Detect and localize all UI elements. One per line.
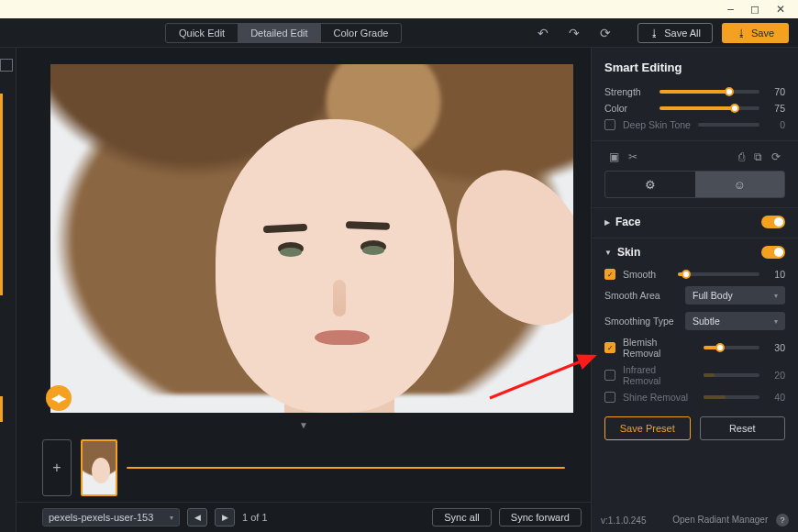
strength-row: Strength 70	[592, 83, 798, 100]
save-label: Save	[751, 28, 774, 39]
deep-skin-checkbox[interactable]	[604, 119, 615, 130]
help-icon[interactable]: ?	[776, 514, 789, 526]
panel-tabs: ⚙ ☺	[604, 171, 785, 198]
mini-toolbar: ▣ ✂ ⎙ ⧉ ⟳	[592, 140, 798, 171]
strength-slider[interactable]	[659, 90, 759, 94]
save-all-label: Save All	[664, 28, 701, 39]
chevron-down-icon: ▼	[604, 249, 612, 257]
section-skin[interactable]: ▼ Skin	[592, 238, 798, 266]
sync-all-button[interactable]: Sync all	[432, 508, 492, 526]
smooth-slider[interactable]	[678, 272, 759, 276]
download-icon: ⭳	[737, 28, 747, 39]
smoothing-type-select[interactable]: Subtle▾	[685, 312, 785, 330]
strength-value: 70	[767, 86, 785, 97]
tab-detailed-edit[interactable]: Detailed Edit	[238, 24, 320, 42]
canvas-column: ▼ + pexels-pexels-user-153 ▾ ◀ ▶ 1 of 1 …	[17, 48, 592, 532]
tab-color-grade[interactable]: Color Grade	[321, 24, 402, 42]
window-close[interactable]: ✕	[776, 3, 785, 16]
tab-adjust-icon[interactable]: ⚙	[605, 172, 695, 197]
chevron-down-icon[interactable]: ▼	[17, 418, 591, 434]
shine-checkbox[interactable]	[604, 392, 615, 403]
window-minimize[interactable]: –	[727, 3, 734, 16]
export-icon[interactable]: ⎙	[734, 150, 749, 163]
next-button[interactable]: ▶	[215, 508, 235, 526]
smoothing-type-row: Smoothing Type Subtle▾	[592, 308, 798, 334]
deep-skin-row: Deep Skin Tone 0	[592, 116, 798, 133]
chevron-right-icon: ▶	[604, 218, 610, 227]
blemish-value: 30	[767, 342, 785, 353]
save-all-button[interactable]: ⭳ Save All	[637, 23, 713, 43]
blemish-checkbox[interactable]: ✓	[604, 342, 615, 353]
infrared-checkbox[interactable]	[604, 370, 615, 381]
rail-toggle-icon[interactable]	[0, 59, 13, 72]
add-image-button[interactable]: +	[42, 439, 72, 496]
color-row: Color 75	[592, 100, 798, 116]
tab-portrait-icon[interactable]: ☺	[695, 172, 785, 197]
smooth-checkbox[interactable]: ✓	[604, 269, 615, 280]
infrared-label: Infrared Removal	[623, 364, 696, 386]
infrared-value: 20	[767, 370, 785, 381]
skin-label: Skin	[617, 246, 761, 259]
smooth-area-row: Smooth Area Full Body▾	[592, 283, 798, 308]
face-toggle[interactable]	[761, 216, 785, 228]
top-toolbar: Quick Edit Detailed Edit Color Grade ↶ ↷…	[0, 18, 798, 48]
tab-quick-edit[interactable]: Quick Edit	[166, 24, 238, 42]
prev-button[interactable]: ◀	[187, 508, 207, 526]
save-preset-button[interactable]: Save Preset	[604, 416, 691, 440]
copy-icon[interactable]: ⧉	[749, 150, 767, 163]
sync-forward-button[interactable]: Sync forward	[499, 508, 582, 526]
download-icon: ⭳	[649, 28, 659, 39]
smooth-area-select[interactable]: Full Body▾	[685, 286, 785, 305]
smart-editing-panel: Smart Editing Strength 70 Color 75 Deep …	[592, 48, 798, 532]
left-rail	[0, 48, 17, 532]
shine-label: Shine Removal	[623, 392, 696, 403]
filename-label: pexels-pexels-user-153	[49, 512, 153, 523]
window-maximize[interactable]: ◻	[750, 3, 759, 16]
section-face[interactable]: ▶ Face	[592, 207, 798, 236]
shine-value: 40	[767, 392, 785, 403]
smoothing-type-value: Subtle	[693, 316, 720, 327]
crop-icon[interactable]: ✂	[624, 150, 642, 163]
compare-handle[interactable]	[46, 385, 72, 411]
version-label: v:1.1.0.245	[601, 515, 646, 526]
smooth-area-label: Smooth Area	[604, 290, 678, 301]
skin-toggle[interactable]	[761, 246, 785, 259]
shine-slider[interactable]	[704, 395, 759, 399]
redo-icon[interactable]: ↷	[559, 23, 590, 43]
smooth-label: Smooth	[623, 269, 671, 280]
rotate-icon[interactable]: ⟳	[767, 150, 785, 163]
bottom-bar: pexels-pexels-user-153 ▾ ◀ ▶ 1 of 1 Sync…	[17, 502, 591, 532]
smoothing-type-label: Smoothing Type	[604, 316, 678, 327]
shine-row: Shine Removal 40	[592, 389, 798, 405]
reset-button[interactable]: Reset	[700, 416, 786, 440]
color-slider[interactable]	[659, 106, 759, 110]
image-icon[interactable]: ▣	[604, 150, 624, 163]
manager-link[interactable]: Open Radiant Manager	[672, 515, 768, 525]
panel-footer: v:1.1.0.245 Open Radiant Manager ?	[592, 510, 798, 530]
undo-icon[interactable]: ↶	[527, 23, 559, 43]
chevron-down-icon: ▾	[170, 514, 173, 522]
file-selector[interactable]: pexels-pexels-user-153 ▾	[42, 508, 180, 526]
face-label: Face	[615, 216, 761, 228]
smooth-area-value: Full Body	[693, 290, 733, 301]
smooth-row: ✓ Smooth 10	[592, 266, 798, 283]
thumbnail[interactable]	[81, 439, 117, 496]
edit-mode-tabs: Quick Edit Detailed Edit Color Grade	[165, 23, 402, 43]
strength-label: Strength	[604, 86, 652, 97]
blemish-slider[interactable]	[704, 346, 759, 349]
color-value: 75	[767, 103, 785, 114]
deep-skin-value: 0	[767, 119, 785, 130]
blemish-row: ✓ Blemish Removal 30	[592, 334, 798, 361]
infrared-slider[interactable]	[704, 373, 759, 377]
panel-title: Smart Editing	[592, 48, 798, 83]
page-count: 1 of 1	[242, 512, 268, 523]
save-button[interactable]: ⭳ Save	[722, 23, 789, 43]
deep-skin-slider[interactable]	[698, 123, 759, 127]
preview-image[interactable]	[50, 64, 573, 413]
filmstrip-track[interactable]	[127, 467, 565, 469]
refresh-icon[interactable]: ⟳	[590, 23, 621, 43]
color-label: Color	[604, 103, 652, 114]
window-titlebar: – ◻ ✕	[0, 0, 798, 18]
infrared-row: Infrared Removal 20	[592, 361, 798, 389]
smooth-value: 10	[767, 269, 785, 280]
